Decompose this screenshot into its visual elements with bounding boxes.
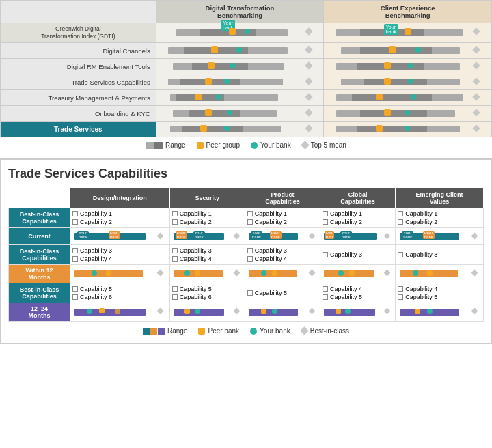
chart-current-product: Yourbank Peerbank	[245, 228, 320, 245]
table-row: Trade Services Capabilities	[1, 74, 492, 90]
chart-current-emerging: Yourbank Peerbank	[396, 228, 484, 245]
table-row-bic2: Best-in-ClassCapabilities Capability 3 C…	[9, 245, 484, 265]
col-header-design: Design/Integration	[70, 188, 170, 208]
legend-bottom-yourbank: Your bank	[250, 327, 290, 335]
legend-yourbank: Your bank	[251, 141, 291, 149]
row-head-bic3: Best-in-ClassCapabilities	[9, 283, 70, 303]
cap-design-3: Capability 5 Capability 6	[70, 283, 170, 303]
cap-product-1: Capability 1 Capability 2	[245, 208, 320, 228]
chart-rm-digital	[161, 60, 320, 72]
cap-security-3: Capability 5 Capability 6	[169, 283, 245, 303]
chart-ts-client	[328, 123, 487, 135]
legend-top5: Top 5 mean	[302, 141, 346, 149]
chart-tm-digital	[161, 92, 320, 104]
capabilities-table: Design/Integration Security ProductCapab…	[8, 188, 484, 322]
chart-w12-global	[320, 265, 396, 283]
row-label-digital-rm: Digital RM Enablement Tools	[67, 63, 150, 70]
legend-bottom-yourbank-label: Your bank	[260, 327, 290, 335]
cap-security-1: Capability 1 Capability 2	[169, 208, 245, 228]
chart-current-global: Perban Yourbank	[320, 228, 396, 245]
col-header-product: ProductCapabilities	[245, 188, 320, 208]
legend-range: Range	[146, 141, 185, 149]
row-label-gdti: Greenwich DigitalTransformation Index (G…	[41, 25, 115, 40]
legend-range-label: Range	[165, 141, 185, 149]
chart-dc-client	[328, 44, 487, 57]
cap-emerging-2: Capability 3	[396, 245, 484, 265]
chart-gdti-digital: Yourbank	[161, 25, 320, 40]
cap-global-1: Capability 1 Capability 2	[320, 208, 396, 228]
cap-design-2: Capability 3 Capability 4	[70, 245, 170, 265]
table-row: Digital RM Enablement Tools	[1, 59, 492, 74]
top-section: Digital TransformationBenchmarking Clien…	[0, 0, 492, 153]
chart-1224-emerging	[396, 303, 484, 322]
legend-bottom-peer: Peer bank	[198, 327, 239, 335]
legend-top5-label: Top 5 mean	[311, 141, 346, 149]
chart-w12-design	[70, 265, 170, 283]
chart-current-design: Yourbank Peerbank	[70, 228, 170, 245]
cap-global-3: Capability 4 Capability 5	[320, 283, 396, 303]
col-header-client: Client ExperienceBenchmarking	[324, 1, 492, 23]
chart-1224-global	[320, 303, 396, 322]
chart-1224-product	[245, 303, 320, 322]
legend-bottom-range: Range	[143, 327, 187, 335]
col-header-global: GlobalCapabilities	[320, 188, 396, 208]
row-label-digital-channels: Digital Channels	[102, 47, 150, 55]
section-title: Trade Services Capabilities	[8, 167, 484, 181]
legend-bottom-peer-label: Peer bank	[208, 327, 239, 335]
chart-current-security: Peerbank Yourbank	[169, 228, 245, 245]
chart-w12-security	[169, 265, 245, 283]
legend-bottom: Range Peer bank Your bank Best-in-class	[8, 322, 484, 336]
chart-ca-client	[328, 76, 487, 88]
chart-1224-security	[169, 303, 245, 322]
table-row: Treasury Management & Payments	[1, 90, 492, 106]
legend-peer-label: Peer group	[206, 141, 240, 149]
legend-bottom-bestinclass: Best-in-class	[301, 327, 349, 335]
row-head-bic2: Best-in-ClassCapabilities	[9, 245, 70, 265]
chart-w12-emerging	[396, 265, 484, 283]
table-row-1224-charts: 12–24Months	[9, 303, 484, 322]
col-header-digital: Digital TransformationBenchmarking	[156, 1, 324, 23]
chart-dc-digital	[161, 44, 320, 57]
row-label-treasury: Treasury Management & Payments	[49, 94, 150, 102]
row-label-onboarding: Onboarding & KYC	[95, 110, 150, 117]
legend-bottom-range-label: Range	[167, 327, 187, 335]
row-head-current: Current	[9, 228, 70, 245]
row-head-within12: Within 12Months	[9, 265, 70, 283]
cap-emerging-3: Capability 4 Capability 5	[396, 283, 484, 303]
chart-1224-design	[70, 303, 170, 322]
chart-w12-product	[245, 265, 320, 283]
cap-global-2: Capability 3	[320, 245, 396, 265]
row-head-1224: 12–24Months	[9, 303, 70, 322]
row-head-bic1: Best-in-ClassCapabilities	[9, 208, 70, 228]
row-label-trade: Trade Services	[54, 126, 102, 133]
table-row: Onboarding & KYC	[1, 106, 492, 122]
table-row-current-charts: Current Yourbank Peerbank Peerbank	[9, 228, 484, 245]
table-row-bic3: Best-in-ClassCapabilities Capability 5 C…	[9, 283, 484, 303]
row-label-credit: Trade Services Capabilities	[71, 79, 150, 86]
chart-rm-client	[328, 60, 487, 72]
chart-tm-client	[328, 92, 487, 104]
table-row: Digital Channels	[1, 43, 492, 59]
cap-product-3: Capability 5	[245, 283, 320, 303]
cap-product-2: Capability 3 Capability 4	[245, 245, 320, 265]
table-row: Greenwich DigitalTransformation Index (G…	[1, 23, 492, 43]
col-header-emerging: Emerging ClientValues	[396, 188, 484, 208]
legend-bottom-bestinclass-label: Best-in-class	[310, 327, 349, 335]
legend-yourbank-label: Your bank	[260, 141, 291, 149]
table-row-within12-charts: Within 12Months	[9, 265, 484, 283]
chart-ca-digital	[161, 76, 320, 88]
table-row: Trade Services	[1, 122, 492, 137]
cap-design-1: Capability 1 Capability 2	[70, 208, 170, 228]
bottom-section: Trade Services Capabilities Design/Integ…	[0, 158, 492, 344]
chart-ob-client	[328, 107, 487, 120]
cap-emerging-1: Capability 1 Capability 2	[396, 208, 484, 228]
chart-ob-digital	[161, 107, 320, 120]
chart-ts-digital	[161, 123, 320, 135]
legend-top: Range Peer group Your bank Top 5 mean	[0, 137, 492, 153]
col-header-security: Security	[169, 188, 245, 208]
legend-peer: Peer group	[197, 141, 240, 149]
chart-gdti-client: Yourbank	[328, 25, 487, 40]
cap-security-2: Capability 3 Capability 4	[169, 245, 245, 265]
table-row: Best-in-ClassCapabilities Capability 1 C…	[9, 208, 484, 228]
